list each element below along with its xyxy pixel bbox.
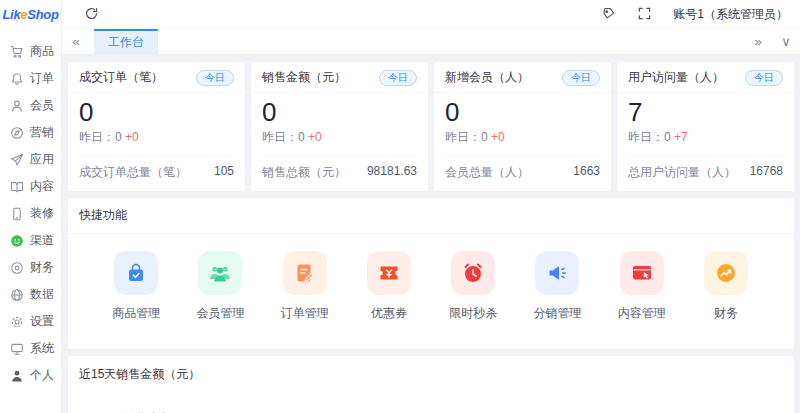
coupon-icon <box>367 251 411 295</box>
stat-title: 成交订单（笔） <box>79 69 163 86</box>
sidebar-item-label: 系统 <box>30 340 54 357</box>
monitor-icon <box>10 342 24 356</box>
wechat-icon <box>10 234 24 248</box>
tab-bar: « 工作台 » ∨ <box>62 29 800 55</box>
order-doc-icon <box>283 251 327 295</box>
stat-value: 0 <box>445 98 600 128</box>
gear-icon <box>10 315 24 329</box>
stat-delta: +0 <box>491 130 505 144</box>
logo-text-prefix: Lik <box>2 7 20 22</box>
sidebar-item-marketing[interactable]: 营销 <box>0 119 61 146</box>
stat-value: 0 <box>79 98 234 128</box>
stat-total-label: 总用户访问量（人） <box>628 164 736 181</box>
bag-icon <box>114 251 158 295</box>
stat-card-footer: 会员总量（人） 1663 <box>445 155 600 191</box>
finance-trend-icon <box>704 251 748 295</box>
sidebar-item-label: 订单 <box>30 70 54 87</box>
sidebar-item-members[interactable]: 会员 <box>0 92 61 119</box>
today-badge[interactable]: 今日 <box>745 70 783 86</box>
sidebar-item-label: 个人 <box>30 367 54 384</box>
stat-yesterday: 昨日：0 +7 <box>628 129 783 146</box>
quick-item-label: 商品管理 <box>112 305 160 322</box>
stat-card-new-members: 新增会员（人） 今日 0 昨日：0 +0 会员总量（人） 1663 <box>434 62 611 191</box>
stat-title: 销售金额（元） <box>262 69 346 86</box>
quick-functions-title: 快捷功能 <box>68 198 794 234</box>
stat-delta: +7 <box>674 130 688 144</box>
quick-item-label: 优惠券 <box>371 305 407 322</box>
today-badge[interactable]: 今日 <box>379 70 417 86</box>
tabs-expand-chevron[interactable]: » <box>744 29 772 54</box>
quick-item-orders[interactable]: 订单管理 <box>263 251 347 322</box>
sidebar-item-apps[interactable]: 应用 <box>0 146 61 173</box>
sidebar-item-content[interactable]: 内容 <box>0 173 61 200</box>
stat-value: 7 <box>628 98 783 128</box>
sidebar-item-finance[interactable]: 财务 <box>0 254 61 281</box>
sidebar-item-label: 财务 <box>30 259 54 276</box>
account-menu[interactable]: 账号1（系统管理员） <box>673 6 788 23</box>
quick-functions-row: 商品管理 会员管理 订单管理 优惠券 <box>68 234 794 349</box>
quick-functions-card: 快捷功能 商品管理 会员管理 订单管理 <box>68 198 794 349</box>
refresh-icon[interactable] <box>84 6 100 22</box>
sidebar-item-system[interactable]: 系统 <box>0 335 61 362</box>
quick-item-label: 分销管理 <box>533 305 581 322</box>
sidebar-menu: 商品 订单 会员 营销 应用 内容 <box>0 29 61 389</box>
stat-card-body: 0 昨日：0 +0 <box>434 93 611 146</box>
quick-item-distribution[interactable]: 分销管理 <box>515 251 599 322</box>
tabbar-spacer <box>158 29 744 54</box>
sidebar-item-label: 装修 <box>30 205 54 222</box>
quick-item-coupon[interactable]: 优惠券 <box>347 251 431 322</box>
person-icon <box>10 369 24 383</box>
sidebar-item-decoration[interactable]: 装修 <box>0 200 61 227</box>
alarm-icon <box>451 251 495 295</box>
sidebar-item-label: 会员 <box>30 97 54 114</box>
phone-icon <box>10 207 24 221</box>
tag-icon[interactable] <box>601 6 617 22</box>
quick-item-finance[interactable]: 财务 <box>684 251 768 322</box>
today-badge[interactable]: 今日 <box>562 70 600 86</box>
sidebar: LikeShop 商品 订单 会员 营销 应用 <box>0 0 62 413</box>
tabs-menu-caret[interactable]: ∨ <box>772 29 800 54</box>
stat-card-header: 用户访问量（人） 今日 <box>617 62 794 93</box>
yesterday-label: 昨日：0 <box>262 130 305 144</box>
people-icon <box>198 251 242 295</box>
today-badge[interactable]: 今日 <box>196 70 234 86</box>
book-icon <box>10 180 24 194</box>
stat-card-body: 0 昨日：0 +0 <box>68 93 245 146</box>
quick-item-flash-sale[interactable]: 限时秒杀 <box>431 251 515 322</box>
sidebar-item-settings[interactable]: 设置 <box>0 308 61 335</box>
fullscreen-icon[interactable] <box>637 6 653 22</box>
chart-title: 近15天销售金额（元） <box>68 356 794 383</box>
tabs-collapse-chevron[interactable]: « <box>62 29 90 54</box>
stat-total-value: 98181.63 <box>367 164 417 181</box>
sidebar-item-profile[interactable]: 个人 <box>0 362 61 389</box>
stat-title: 用户访问量（人） <box>628 69 724 86</box>
tab-workbench[interactable]: 工作台 <box>94 29 158 54</box>
sidebar-item-goods[interactable]: 商品 <box>0 38 61 65</box>
yesterday-label: 昨日：0 <box>79 130 122 144</box>
coin-icon <box>10 261 24 275</box>
quick-item-label: 内容管理 <box>618 305 666 322</box>
main-area: 账号1（系统管理员） « 工作台 » ∨ 成交订单（笔） 今日 0 <box>62 0 800 413</box>
stat-title: 新增会员（人） <box>445 69 529 86</box>
content-area: 成交订单（笔） 今日 0 昨日：0 +0 成交订单总量（笔） 105 销售金额（… <box>62 55 800 413</box>
top-bar: 账号1（系统管理员） <box>62 0 800 29</box>
stat-value: 0 <box>262 98 417 128</box>
sidebar-item-data[interactable]: 数据 <box>0 281 61 308</box>
sales-chart-card: 近15天销售金额（元） 销售金额 1 0.8 <box>68 356 794 413</box>
content-window-icon <box>620 251 664 295</box>
quick-item-goods[interactable]: 商品管理 <box>94 251 178 322</box>
stat-yesterday: 昨日：0 +0 <box>445 129 600 146</box>
quick-item-content[interactable]: 内容管理 <box>600 251 684 322</box>
yesterday-label: 昨日：0 <box>445 130 488 144</box>
stats-row: 成交订单（笔） 今日 0 昨日：0 +0 成交订单总量（笔） 105 销售金额（… <box>68 62 794 191</box>
sidebar-item-channels[interactable]: 渠道 <box>0 227 61 254</box>
sidebar-item-orders[interactable]: 订单 <box>0 65 61 92</box>
topbar-right: 账号1（系统管理员） <box>601 6 788 23</box>
sidebar-item-label: 数据 <box>30 286 54 303</box>
stat-total-label: 会员总量（人） <box>445 164 529 181</box>
quick-item-members[interactable]: 会员管理 <box>178 251 262 322</box>
quick-item-label: 会员管理 <box>196 305 244 322</box>
sidebar-item-label: 渠道 <box>30 232 54 249</box>
sidebar-item-label: 营销 <box>30 124 54 141</box>
quick-item-label: 限时秒杀 <box>449 305 497 322</box>
